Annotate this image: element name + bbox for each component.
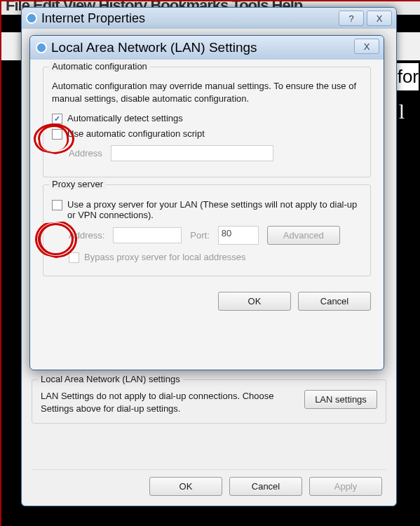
script-address-label: Address	[69, 148, 102, 159]
internet-properties-body: Local Area Network (LAN) settings LAN Se…	[22, 372, 396, 506]
lan-settings-titlebar[interactable]: Local Area Network (LAN) Settings X	[30, 36, 384, 60]
lan-settings-group: Local Area Network (LAN) settings LAN Se…	[32, 379, 386, 424]
cancel-button[interactable]: Cancel	[229, 477, 302, 496]
lan-dialog-body: Automatic configuration Automatic config…	[30, 60, 384, 321]
proxy-port-input: 80	[218, 226, 259, 245]
advanced-button: Advanced	[267, 226, 340, 245]
proxy-address-input	[113, 227, 182, 243]
ok-button[interactable]: OK	[218, 292, 291, 311]
proxy-server-group: Proxy server Use a proxy server for your…	[43, 184, 371, 276]
lan-settings-dialog: Local Area Network (LAN) Settings X Auto…	[29, 35, 384, 370]
auto-detect-checkbox[interactable]	[52, 114, 62, 124]
auto-config-description: Automatic configuration may override man…	[52, 80, 362, 104]
bypass-local-checkbox	[69, 252, 79, 263]
bg-text-fragment: for	[393, 63, 419, 90]
bypass-local-label: Bypass proxy server for local addresses	[84, 252, 245, 262]
close-button[interactable]: X	[367, 11, 392, 26]
ok-button[interactable]: OK	[149, 477, 222, 496]
internet-options-icon	[36, 42, 47, 53]
lan-settings-button[interactable]: LAN settings	[304, 390, 377, 409]
use-script-checkbox[interactable]	[52, 129, 62, 140]
help-button[interactable]: ?	[339, 11, 364, 26]
cancel-button[interactable]: Cancel	[298, 292, 371, 311]
auto-config-group-title: Automatic configuration	[49, 61, 150, 72]
auto-detect-label: Automatically detect settings	[67, 113, 183, 123]
apply-button[interactable]: Apply	[309, 477, 382, 496]
lan-settings-description: LAN Settings do not apply to dial-up con…	[41, 390, 297, 414]
proxy-address-label: Address:	[69, 230, 104, 241]
use-proxy-checkbox[interactable]	[52, 200, 62, 210]
lan-dialog-button-row: OK Cancel	[43, 292, 371, 311]
proxy-group-title: Proxy server	[49, 179, 106, 189]
lan-settings-group-title: Local Area Network (LAN) settings	[38, 374, 183, 384]
dialog-title: Internet Properties	[41, 11, 145, 26]
proxy-port-label: Port:	[190, 230, 209, 241]
dialog-button-row: OK Cancel Apply	[32, 469, 386, 499]
automatic-configuration-group: Automatic configuration Automatic config…	[43, 67, 371, 177]
use-proxy-label: Use a proxy server for your LAN (These s…	[67, 199, 362, 220]
internet-properties-titlebar[interactable]: Internet Properties ? X	[22, 8, 396, 29]
lan-dialog-title: Local Area Network (LAN) Settings	[51, 40, 257, 55]
internet-options-icon	[26, 13, 37, 24]
use-script-label: Use automatic configuration script	[67, 128, 205, 139]
close-button[interactable]: X	[354, 39, 379, 54]
script-address-input	[111, 145, 273, 161]
